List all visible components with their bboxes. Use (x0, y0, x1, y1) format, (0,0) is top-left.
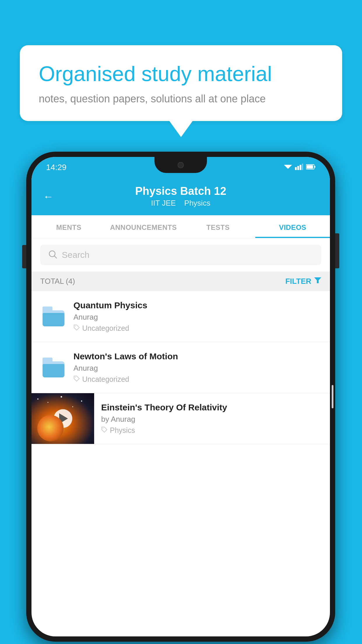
svg-marker-0 (284, 165, 292, 169)
subtitle-course: IIT JEE (151, 199, 176, 207)
speech-bubble-title: Organised study material (39, 61, 323, 86)
video-info: Newton's Laws of Motion Anurag Uncategor… (73, 351, 321, 384)
status-time: 14:29 (46, 163, 66, 172)
svg-line-9 (55, 256, 57, 258)
svg-rect-7 (307, 165, 313, 169)
tag-icon (73, 375, 80, 384)
folder-icon (43, 358, 64, 377)
tab-ments[interactable]: MENTS (31, 215, 106, 238)
filter-label: FILTER (285, 277, 311, 286)
video-info: Quantum Physics Anurag Uncategorized (73, 300, 321, 332)
tab-videos[interactable]: VIDEOS (255, 215, 330, 238)
header-subtitle: IIT JEE Physics (151, 199, 210, 208)
video-tag: Uncategorized (73, 375, 321, 384)
svg-rect-4 (302, 164, 303, 170)
search-bar[interactable]: Search (40, 245, 321, 265)
search-input[interactable]: Search (62, 250, 89, 260)
video-author: by Anurag (101, 415, 321, 424)
back-button[interactable]: ← (43, 190, 54, 203)
total-count: TOTAL (4) (40, 277, 75, 286)
list-item[interactable]: Newton's Laws of Motion Anurag Uncategor… (31, 342, 330, 393)
svg-marker-10 (314, 277, 321, 283)
svg-point-11 (75, 326, 76, 327)
notch (154, 157, 207, 173)
camera-dot (178, 162, 184, 168)
subtitle-subject: Physics (184, 199, 210, 207)
svg-point-12 (75, 377, 76, 378)
svg-point-13 (103, 428, 103, 429)
tab-announcements[interactable]: ANNOUNCEMENTS (106, 215, 181, 238)
folder-icon-wrapper (40, 303, 66, 330)
video-title: Einstein's Theory Of Relativity (101, 402, 321, 412)
svg-rect-1 (295, 167, 297, 170)
tag-icon (101, 426, 108, 435)
phone-mockup: 14:29 (26, 152, 335, 642)
phone-outer: 14:29 (26, 152, 335, 642)
svg-rect-6 (314, 166, 315, 168)
tag-label: Uncategorized (82, 324, 129, 332)
search-container: Search (31, 238, 330, 272)
video-title: Newton's Laws of Motion (73, 351, 321, 361)
tag-label: Uncategorized (82, 375, 129, 384)
video-thumbnail (31, 393, 94, 444)
video-list: Quantum Physics Anurag Uncategorized (31, 291, 330, 444)
speech-bubble-subtitle: notes, question papers, solutions all at… (39, 93, 323, 105)
background: Organised study material notes, question… (0, 0, 362, 644)
folder-icon-wrapper (40, 354, 66, 381)
video-tag: Physics (101, 426, 321, 435)
header-title: Physics Batch 12 (135, 185, 226, 197)
list-item[interactable]: Quantum Physics Anurag Uncategorized (31, 291, 330, 342)
list-item[interactable]: Einstein's Theory Of Relativity by Anura… (31, 393, 330, 444)
tag-icon (73, 324, 80, 332)
svg-rect-3 (300, 165, 301, 170)
signal-icon (295, 164, 303, 171)
status-bar: 14:29 (31, 157, 330, 178)
status-icons (284, 164, 315, 171)
battery-icon (306, 164, 315, 171)
scroll-indicator (332, 385, 333, 408)
tab-tests[interactable]: TESTS (181, 215, 255, 238)
tag-label: Physics (110, 426, 135, 435)
search-icon (48, 250, 57, 260)
folder-icon (43, 307, 64, 326)
filter-button[interactable]: FILTER (285, 277, 321, 286)
video-author: Anurag (73, 364, 321, 373)
phone-screen: 14:29 (31, 157, 330, 636)
svg-point-8 (49, 251, 55, 257)
speech-bubble-card: Organised study material notes, question… (20, 45, 342, 121)
wifi-icon (284, 164, 292, 171)
video-tag: Uncategorized (73, 324, 321, 332)
app-header: ← Physics Batch 12 IIT JEE Physics (31, 178, 330, 215)
video-info: Einstein's Theory Of Relativity by Anura… (101, 394, 321, 443)
tabs-container: MENTS ANNOUNCEMENTS TESTS VIDEOS (31, 215, 330, 238)
filter-bar: TOTAL (4) FILTER (31, 272, 330, 291)
filter-icon (314, 277, 321, 286)
svg-rect-2 (297, 166, 299, 170)
video-author: Anurag (73, 313, 321, 322)
video-title: Quantum Physics (73, 300, 321, 310)
